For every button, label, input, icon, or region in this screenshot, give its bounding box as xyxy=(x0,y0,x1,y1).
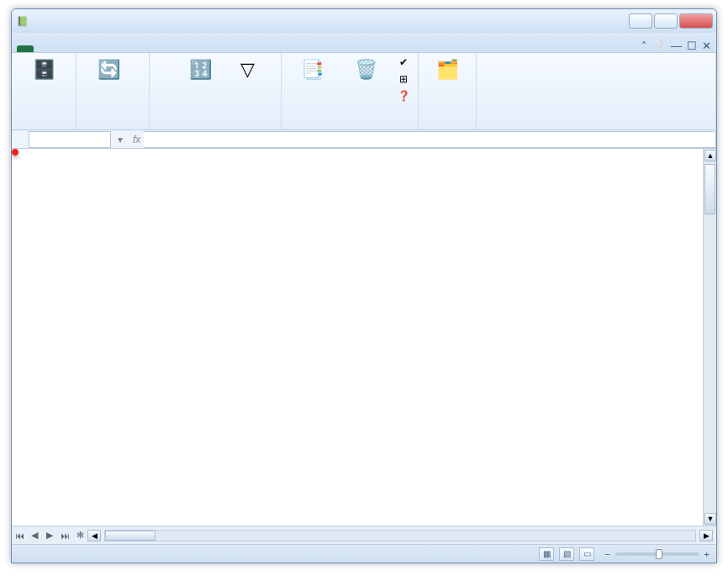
outline-icon: 🗂️ xyxy=(434,56,461,83)
scroll-left-button[interactable]: ◀ xyxy=(87,530,101,542)
filter-button[interactable]: ▽ xyxy=(227,55,267,87)
qa-dropdown-icon[interactable] xyxy=(82,13,98,29)
fx-icon[interactable]: fx xyxy=(129,134,144,145)
zoom-in-button[interactable]: + xyxy=(704,549,710,559)
filter-icon: ▽ xyxy=(234,56,261,83)
horizontal-scroll-track[interactable] xyxy=(104,530,696,542)
scroll-down-button[interactable]: ▼ xyxy=(704,513,716,525)
status-bar: ▦ ▤ ▭ − + xyxy=(12,544,716,563)
group-outline: 🗂️ xyxy=(419,53,477,129)
vertical-scrollbar[interactable]: ▲ ▼ xyxy=(703,149,716,526)
save-icon[interactable] xyxy=(32,13,47,29)
external-data-icon: 🗄️ xyxy=(30,56,57,83)
excel-icon: 📗 xyxy=(15,13,30,29)
highlight-annotation xyxy=(12,149,18,156)
vertical-scroll-thumb[interactable] xyxy=(704,164,715,214)
zoom-out-button[interactable]: − xyxy=(604,549,609,559)
formula-bar: ▾ fx xyxy=(12,130,716,149)
sheet-nav-first-icon[interactable]: ⏮ xyxy=(12,531,27,541)
sheet-nav-next-icon[interactable]: ▶ xyxy=(42,530,57,541)
excel-window: 📗 ˄ ❔ — ☐ ✕ 🗄️ xyxy=(11,8,717,563)
text-columns-icon: 📑 xyxy=(298,56,325,83)
scroll-right-button[interactable]: ▶ xyxy=(699,530,713,542)
group-data-tools: 📑 🗑️ ✔ ⊞ ❓ xyxy=(282,53,419,129)
data-analysis-button[interactable] xyxy=(593,55,599,56)
outline-button[interactable]: 🗂️ xyxy=(424,55,471,87)
quick-access-toolbar: 📗 xyxy=(15,13,98,29)
maximize-button[interactable] xyxy=(654,13,678,29)
close-button[interactable] xyxy=(679,13,713,29)
refresh-all-button[interactable]: 🔄 xyxy=(82,55,135,87)
zoom-slider[interactable] xyxy=(615,552,699,556)
ribbon-right-controls: ˄ ❔ — ☐ ✕ xyxy=(641,40,711,52)
sheet-tabs-bar: ⏮ ◀ ▶ ⏭ ✻ ◀ ▶ xyxy=(12,526,716,544)
sort-az-button[interactable] xyxy=(155,55,173,70)
worksheet-grid[interactable]: ▲ ▼ xyxy=(12,149,716,526)
connections-button[interactable] xyxy=(139,55,144,56)
advanced-filter-button[interactable] xyxy=(271,61,276,63)
window-buttons xyxy=(629,13,713,29)
remove-dup-icon: 🗑️ xyxy=(352,56,379,83)
connections-subbuttons xyxy=(139,55,144,63)
ribbon-minimize-icon[interactable]: ˄ xyxy=(641,40,647,52)
reapply-button[interactable] xyxy=(271,58,276,60)
titlebar: 📗 xyxy=(12,9,716,33)
properties-button[interactable] xyxy=(139,58,144,60)
sheet-nav-last-icon[interactable]: ⏭ xyxy=(57,531,72,541)
group-external-data: 🗄️ xyxy=(12,53,76,129)
sort-button[interactable]: 🔢 xyxy=(177,55,224,87)
pagebreak-view-button[interactable]: ▭ xyxy=(579,547,594,561)
whatif-button[interactable]: ❓ xyxy=(394,88,413,103)
redo-icon[interactable] xyxy=(66,13,81,29)
doc-restore-icon[interactable]: ☐ xyxy=(687,40,697,52)
normal-view-button[interactable]: ▦ xyxy=(539,547,554,561)
minimize-button[interactable] xyxy=(629,13,652,29)
namebox-dropdown-icon[interactable]: ▾ xyxy=(118,134,123,145)
group-connections: 🔄 xyxy=(76,53,150,129)
refresh-icon: 🔄 xyxy=(95,56,122,83)
page-layout-view-button[interactable]: ▤ xyxy=(559,547,574,561)
sort-za-button[interactable] xyxy=(155,71,173,87)
ribbon: 🗄️ 🔄 xyxy=(12,53,716,130)
sheet-nav-prev-icon[interactable]: ◀ xyxy=(27,530,42,541)
remove-duplicates-button[interactable]: 🗑️ xyxy=(340,55,391,87)
name-box[interactable] xyxy=(29,131,111,148)
group-sort-filter: 🔢 ▽ xyxy=(150,53,282,129)
data-validation-button[interactable]: ✔ xyxy=(394,55,413,70)
undo-icon[interactable] xyxy=(49,13,64,29)
formula-input[interactable] xyxy=(144,131,716,148)
zoom-slider-thumb[interactable] xyxy=(656,549,662,559)
sort-icon: 🔢 xyxy=(187,56,214,83)
edit-links-button[interactable] xyxy=(139,61,144,63)
text-to-columns-button[interactable]: 📑 xyxy=(287,55,337,87)
doc-minimize-icon[interactable]: — xyxy=(671,40,682,52)
group-analysis xyxy=(477,53,716,129)
doc-close-icon[interactable]: ✕ xyxy=(702,40,711,52)
consolidate-button[interactable]: ⊞ xyxy=(394,71,413,87)
scroll-up-button[interactable]: ▲ xyxy=(704,150,716,161)
ribbon-tabs: ˄ ❔ — ☐ ✕ xyxy=(12,33,716,53)
horizontal-scroll-thumb[interactable] xyxy=(105,531,156,541)
get-external-data-button[interactable]: 🗄️ xyxy=(17,55,71,87)
help-icon[interactable]: ❔ xyxy=(652,40,666,52)
file-tab[interactable] xyxy=(17,45,34,52)
new-sheet-icon[interactable]: ✻ xyxy=(72,530,87,541)
clear-filter-button[interactable] xyxy=(271,55,276,56)
horizontal-scrollbar[interactable]: ◀ ▶ xyxy=(87,530,716,542)
